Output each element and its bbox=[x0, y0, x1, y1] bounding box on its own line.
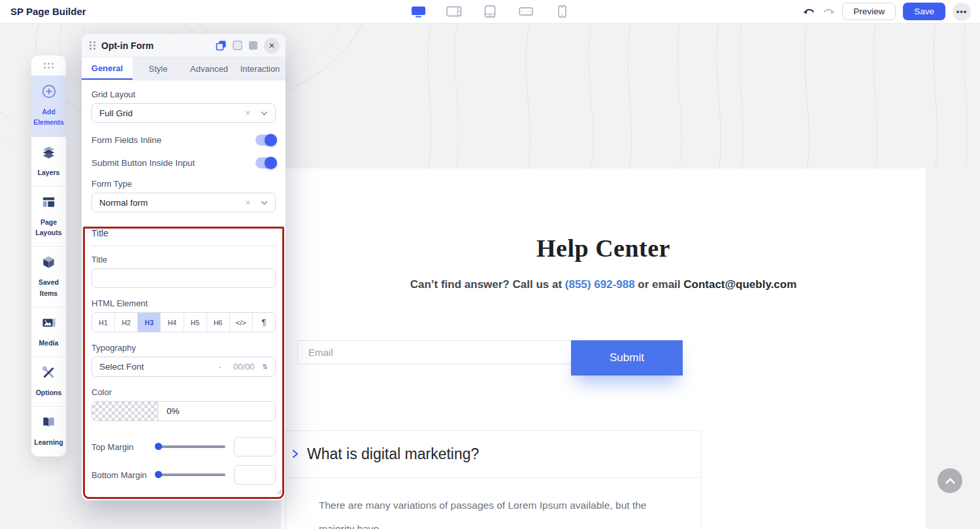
typography-label: Typography bbox=[91, 343, 276, 353]
chevron-down-icon bbox=[261, 111, 268, 116]
slider-knob[interactable] bbox=[155, 471, 162, 478]
chevron-right-icon bbox=[292, 449, 299, 460]
mobile-portrait-device-icon[interactable] bbox=[554, 6, 570, 18]
sidebar-item-label: Options bbox=[33, 387, 65, 398]
sidebar-item-media[interactable]: Media bbox=[31, 307, 66, 357]
optin-form-settings-panel: Opt-in Form ✕ General Style Advanced Int… bbox=[82, 34, 286, 500]
faq-question: What is digital marketing? bbox=[307, 445, 479, 463]
bottom-margin-label: Bottom Margin bbox=[91, 470, 156, 480]
color-label: Color bbox=[91, 387, 276, 397]
panel-drag-handle-icon[interactable] bbox=[90, 41, 95, 50]
html-option-h3[interactable]: H3 bbox=[138, 313, 161, 332]
bottom-margin-row: Bottom Margin bbox=[91, 465, 276, 485]
sidebar-item-label: Media bbox=[33, 338, 65, 348]
clear-icon[interactable]: ✕ bbox=[245, 109, 251, 118]
preview-button[interactable]: Preview bbox=[842, 3, 896, 20]
html-option-h2[interactable]: H2 bbox=[115, 313, 138, 332]
font-size-value: 00/00 bbox=[233, 362, 255, 372]
top-margin-slider[interactable] bbox=[156, 445, 225, 448]
close-panel-icon[interactable]: ✕ bbox=[264, 38, 280, 54]
phone-link[interactable]: (855) 692-988 bbox=[565, 278, 635, 291]
chevron-up-icon bbox=[945, 478, 955, 484]
html-element-segmented-control: H1 H2 H3 H4 H5 H6 </> ¶ bbox=[91, 312, 276, 332]
slider-knob[interactable] bbox=[155, 443, 162, 450]
device-switcher bbox=[410, 6, 570, 18]
dock-right-panel-icon[interactable] bbox=[248, 40, 258, 50]
typography-control[interactable]: Select Font · 00/00 ⇅ bbox=[91, 357, 276, 377]
save-button[interactable]: Save bbox=[903, 3, 945, 20]
html-option-h4[interactable]: H4 bbox=[161, 313, 184, 332]
submit-inside-input-label: Submit Button Inside Input bbox=[91, 158, 195, 168]
mobile-landscape-device-icon[interactable] bbox=[518, 6, 534, 18]
submit-button[interactable]: Submit bbox=[571, 340, 683, 376]
sidebar-drag-handle-icon[interactable] bbox=[31, 56, 66, 75]
desktop-device-icon[interactable] bbox=[410, 6, 426, 18]
book-icon bbox=[41, 415, 56, 432]
sidebar-item-layers[interactable]: Layers bbox=[31, 136, 66, 186]
tab-interaction[interactable]: Interaction bbox=[235, 57, 286, 80]
title-field[interactable] bbox=[91, 268, 276, 288]
optin-form: Submit bbox=[297, 340, 702, 393]
typography-divider-dot: · bbox=[219, 362, 221, 372]
select-font-value: Select Font bbox=[99, 362, 144, 372]
email-link[interactable]: Contact@quebly.com bbox=[683, 278, 796, 291]
undo-icon[interactable] bbox=[803, 7, 815, 16]
color-swatch-transparent[interactable] bbox=[92, 402, 159, 421]
faq-accordion-header[interactable]: What is digital marketing? bbox=[286, 431, 701, 478]
more-options-button[interactable]: ••• bbox=[953, 3, 971, 21]
tab-general[interactable]: General bbox=[82, 57, 133, 80]
panel-tabs: General Style Advanced Interaction bbox=[82, 57, 286, 80]
html-option-h6[interactable]: H6 bbox=[207, 313, 230, 332]
tablet-portrait-device-icon[interactable] bbox=[482, 6, 498, 18]
sidebar-item-label: Learning bbox=[33, 437, 65, 447]
subtitle-text: Can’t find answer? Call us at bbox=[410, 278, 565, 291]
grid-layout-select[interactable]: Full Grid ✕ bbox=[91, 103, 276, 123]
panel-title: Opt-in Form bbox=[101, 40, 154, 51]
top-margin-input[interactable] bbox=[234, 437, 276, 457]
form-fields-inline-row: Form Fields Inline bbox=[91, 135, 276, 146]
html-option-code-icon[interactable]: </> bbox=[230, 313, 253, 332]
sidebar-item-label: Add Elements bbox=[33, 106, 65, 128]
html-element-label: HTML Element bbox=[91, 298, 276, 308]
submit-inside-input-toggle[interactable] bbox=[255, 157, 276, 168]
html-option-paragraph-icon[interactable]: ¶ bbox=[253, 313, 275, 332]
html-option-h1[interactable]: H1 bbox=[92, 313, 115, 332]
redo-icon[interactable] bbox=[823, 7, 835, 16]
tablet-landscape-device-icon[interactable] bbox=[446, 6, 462, 18]
media-image-icon bbox=[41, 315, 56, 333]
color-opacity-value[interactable]: 0% bbox=[159, 402, 275, 421]
help-subtitle: Can’t find answer? Call us at (855) 692-… bbox=[281, 278, 926, 291]
duplicate-panel-icon[interactable] bbox=[216, 40, 227, 51]
sidebar-item-page-layouts[interactable]: Page Layouts bbox=[31, 186, 66, 247]
scroll-to-top-button[interactable] bbox=[938, 468, 962, 493]
html-option-h5[interactable]: H5 bbox=[184, 313, 207, 332]
tools-icon bbox=[41, 365, 56, 383]
sidebar-item-options[interactable]: Options bbox=[31, 357, 66, 406]
tab-advanced[interactable]: Advanced bbox=[184, 57, 235, 80]
sidebar-item-label: Layers bbox=[33, 167, 65, 178]
sidebar-item-saved-items[interactable]: Saved Items bbox=[31, 246, 66, 307]
layout-icon bbox=[41, 195, 56, 212]
tab-style[interactable]: Style bbox=[133, 57, 184, 80]
dock-left-panel-icon[interactable] bbox=[233, 40, 242, 50]
form-fields-inline-toggle[interactable] bbox=[255, 135, 276, 146]
color-control: 0% bbox=[91, 401, 276, 421]
sidebar-item-add-elements[interactable]: Add Elements bbox=[31, 75, 66, 136]
topbar: SP Page Builder Preview Save ••• bbox=[0, 0, 980, 24]
chevron-down-icon bbox=[261, 200, 268, 205]
panel-body: Grid Layout Full Grid ✕ Form Fields Inli… bbox=[82, 80, 286, 485]
sidebar-item-learning[interactable]: Learning bbox=[31, 406, 66, 456]
panel-resize-handle[interactable] bbox=[276, 485, 282, 497]
cube-icon bbox=[41, 255, 56, 272]
form-type-select[interactable]: Normal form ✕ bbox=[91, 193, 276, 212]
sidebar-item-label: Saved Items bbox=[33, 277, 65, 298]
app-title: SP Page Builder bbox=[0, 6, 86, 17]
faq-answer-line: There are many variations of passages of… bbox=[319, 494, 670, 529]
grid-layout-value: Full Grid bbox=[99, 108, 133, 118]
page-title: Help Center bbox=[281, 168, 926, 263]
bottom-margin-input[interactable] bbox=[234, 465, 276, 485]
builder-sidebar: Add Elements Layers Page Layouts Saved I… bbox=[31, 56, 66, 457]
title-section-heading: Title bbox=[91, 228, 276, 246]
bottom-margin-slider[interactable] bbox=[156, 473, 225, 476]
clear-icon[interactable]: ✕ bbox=[245, 199, 251, 207]
